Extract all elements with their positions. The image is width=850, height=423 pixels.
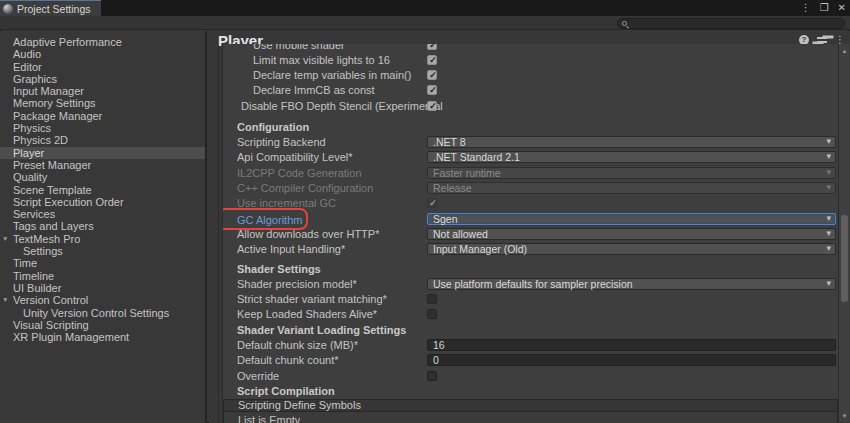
player-settings-pane: Player ? ⋮ Use mobile shaderLimit max vi… xyxy=(209,31,850,423)
sidebar-item-label: Timeline xyxy=(13,270,54,282)
sidebar-item-quality[interactable]: Quality xyxy=(0,171,205,183)
sidebar-item-audio[interactable]: Audio xyxy=(0,48,205,60)
checkbox-declare-immcb-as-const[interactable] xyxy=(427,85,437,95)
scroll-up-icon[interactable]: ▲ xyxy=(839,48,850,54)
sidebar-item-textmesh-pro[interactable]: TextMesh Pro xyxy=(0,233,205,245)
sidebar-item-version-control[interactable]: Version Control xyxy=(0,294,205,306)
sidebar-item-label: Quality xyxy=(13,171,47,183)
setting-row-use-mobile-shader: Use mobile shader xyxy=(223,44,838,52)
sidebar-item-unity-version-control-settings[interactable]: Unity Version Control Settings xyxy=(0,307,205,319)
input-default-chunk-size-mb[interactable] xyxy=(427,339,836,351)
setting-row-il2cpp-code-generation: IL2CPP Code GenerationFaster runtime xyxy=(223,165,838,180)
maximize-icon[interactable]: ❐ xyxy=(820,0,829,16)
sidebar-item-services[interactable]: Services xyxy=(0,208,205,220)
settings-category-list: Adaptive PerformanceAudioEditorGraphicsI… xyxy=(0,31,207,423)
sidebar-item-input-manager[interactable]: Input Manager xyxy=(0,85,205,97)
input-default-chunk-count[interactable] xyxy=(427,354,836,366)
checkbox-declare-temp-variables-in-main[interactable] xyxy=(427,70,437,80)
sidebar-item-label: Input Manager xyxy=(13,85,84,97)
dropdown-scripting-backend[interactable]: .NET 8 xyxy=(427,136,836,148)
scrollbar-thumb[interactable] xyxy=(841,215,848,302)
sidebar-item-memory-settings[interactable]: Memory Settings xyxy=(0,97,205,109)
setting-value: Use platform defaults for sampler precis… xyxy=(427,278,836,290)
sidebar-item-adaptive-performance[interactable]: Adaptive Performance xyxy=(0,36,205,48)
setting-value: .NET 8 xyxy=(427,136,836,148)
dropdown-allow-downloads-over-http[interactable]: Not allowed xyxy=(427,228,836,240)
setting-value xyxy=(427,354,836,366)
sidebar-item-label: Unity Version Control Settings xyxy=(23,307,169,319)
close-icon[interactable]: ✕ xyxy=(838,0,846,16)
sidebar-item-label: Graphics xyxy=(13,73,57,85)
checkbox-override[interactable] xyxy=(427,371,437,381)
checkbox-use-incremental-gc[interactable] xyxy=(427,198,437,208)
sidebar-item-xr-plugin-management[interactable]: XR Plugin Management xyxy=(0,331,205,343)
checkbox-limit-max-visible-lights-to-16[interactable] xyxy=(427,55,437,65)
sidebar-item-scene-template[interactable]: Scene Template xyxy=(0,184,205,196)
title-bar: Project Settings ⋮ ❐ ✕ xyxy=(0,0,850,16)
setting-row-default-chunk-size-mb: Default chunk size (MB)* xyxy=(223,337,838,352)
sidebar-item-package-manager[interactable]: Package Manager xyxy=(0,110,205,122)
sidebar-item-settings[interactable]: Settings xyxy=(0,245,205,257)
setting-label: Scripting Define Symbols xyxy=(224,399,361,411)
sidebar-item-label: Tags and Layers xyxy=(13,220,94,232)
sidebar-item-label: Services xyxy=(13,208,55,220)
sidebar-item-ui-builder[interactable]: UI Builder xyxy=(0,282,205,294)
setting-row-c-compiler-configuration: C++ Compiler ConfigurationRelease xyxy=(223,180,838,195)
dropdown-api-compatibility-level[interactable]: .NET Standard 2.1 xyxy=(427,151,836,163)
sidebar-item-preset-manager[interactable]: Preset Manager xyxy=(0,159,205,171)
sidebar-item-editor[interactable]: Editor xyxy=(0,61,205,73)
sidebar-item-timeline[interactable]: Timeline xyxy=(0,270,205,282)
sidebar-item-label: Visual Scripting xyxy=(13,319,89,331)
dropdown-il2cpp-code-generation[interactable]: Faster runtime xyxy=(427,167,836,179)
checkbox-use-mobile-shader[interactable] xyxy=(427,44,437,50)
setting-row-configuration: Configuration xyxy=(223,119,838,134)
dropdown-value: Sgen xyxy=(433,213,830,225)
checkbox-strict-shader-variant-matching[interactable] xyxy=(427,294,437,304)
dropdown-value: Use platform defaults for sampler precis… xyxy=(433,278,830,290)
setting-label: Declare temp variables in main() xyxy=(223,69,411,81)
setting-label: IL2CPP Code Generation xyxy=(223,167,362,179)
setting-label: Keep Loaded Shaders Alive* xyxy=(223,308,377,320)
sidebar-item-visual-scripting[interactable]: Visual Scripting xyxy=(0,319,205,331)
dropdown-shader-precision-model[interactable]: Use platform defaults for sampler precis… xyxy=(427,278,836,290)
dropdown-active-input-handling[interactable]: Input Manager (Old) xyxy=(427,243,836,255)
setting-value xyxy=(427,44,836,50)
setting-label: GC Algorithm xyxy=(223,214,302,226)
setting-row-declare-immcb-as-const: Declare ImmCB as const xyxy=(223,83,838,98)
tab-project-settings[interactable]: Project Settings xyxy=(0,0,101,16)
setting-value xyxy=(427,101,836,111)
scroll-down-icon[interactable]: ▼ xyxy=(839,413,850,419)
dropdown-gc-algorithm[interactable]: Sgen xyxy=(427,213,836,225)
setting-row-gc-algorithm: GC AlgorithmSgen xyxy=(223,211,838,226)
checkbox-disable-fbo-depth-stencil-experimental[interactable] xyxy=(427,101,437,111)
dropdown-value: .NET 8 xyxy=(433,136,830,148)
window-menu-icon[interactable]: ⋮ xyxy=(801,0,811,16)
section-header: Script Compilation xyxy=(223,385,335,397)
sidebar-item-physics[interactable]: Physics xyxy=(0,122,205,134)
setting-row-shader-settings: Shader Settings xyxy=(223,261,838,276)
search-input[interactable] xyxy=(627,19,840,28)
dropdown-value: Release xyxy=(433,182,830,194)
setting-row-default-chunk-count: Default chunk count* xyxy=(223,353,838,368)
window-controls: ⋮ ❐ ✕ xyxy=(801,0,846,16)
setting-row-api-compatibility-level: Api Compatibility Level*.NET Standard 2.… xyxy=(223,150,838,165)
sidebar-item-label: UI Builder xyxy=(13,282,61,294)
sidebar-item-physics-2d[interactable]: Physics 2D xyxy=(0,134,205,146)
sidebar-item-time[interactable]: Time xyxy=(0,257,205,269)
scrollview-border xyxy=(218,44,219,423)
setting-row-shader-precision-model: Shader precision model*Use platform defa… xyxy=(223,276,838,291)
dropdown-c-compiler-configuration[interactable]: Release xyxy=(427,182,836,194)
checkbox-keep-loaded-shaders-alive[interactable] xyxy=(427,309,437,319)
setting-value: Not allowed xyxy=(427,228,836,240)
sidebar-item-label: Adaptive Performance xyxy=(13,36,122,48)
search-box[interactable] xyxy=(617,18,845,29)
setting-row-override: Override xyxy=(223,368,838,383)
setting-row-declare-temp-variables-in-main: Declare temp variables in main() xyxy=(223,67,838,82)
sidebar-item-tags-and-layers[interactable]: Tags and Layers xyxy=(0,220,205,232)
sidebar-item-label: Scene Template xyxy=(13,184,92,196)
sidebar-item-label: Script Execution Order xyxy=(13,196,124,208)
vertical-scrollbar[interactable]: ▲ ▼ xyxy=(838,44,849,422)
sidebar-item-graphics[interactable]: Graphics xyxy=(0,73,205,85)
sidebar-item-player[interactable]: Player xyxy=(0,147,205,159)
sidebar-item-script-execution-order[interactable]: Script Execution Order xyxy=(0,196,205,208)
